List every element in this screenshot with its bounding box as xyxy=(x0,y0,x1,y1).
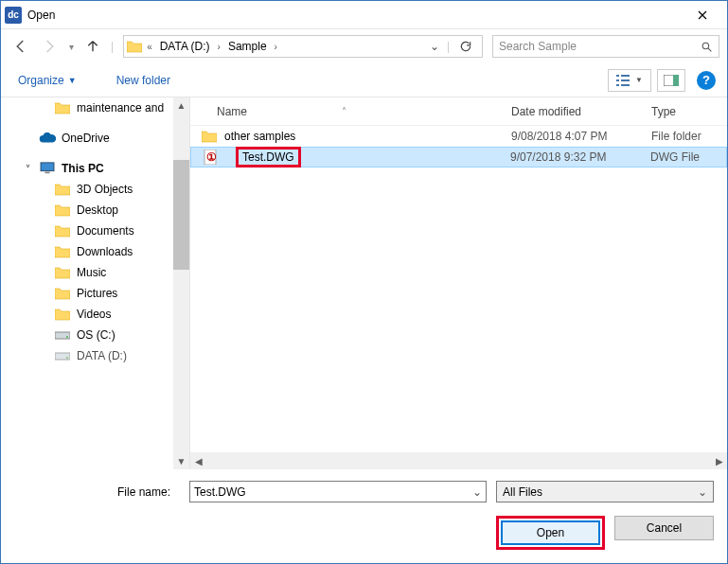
scroll-thumb[interactable] xyxy=(173,160,189,270)
tree-item-label: maintenance and xyxy=(77,101,164,115)
tree-scrollbar[interactable]: ▲ ▼ xyxy=(173,97,189,469)
new-folder-button[interactable]: New folder xyxy=(111,70,176,91)
tree-item-label: Downloads xyxy=(77,245,133,258)
file-row[interactable]: ①Test.DWG9/07/2018 9:32 PMDWG File xyxy=(190,147,727,167)
tree-item[interactable]: Pictures xyxy=(1,283,173,304)
tree-item[interactable]: Music xyxy=(1,262,173,283)
breadcrumb-item[interactable]: Sample xyxy=(224,40,271,53)
filename-input[interactable]: Test.DWG ⌄ xyxy=(189,481,487,502)
breadcrumb-prefix: « xyxy=(143,42,156,52)
filetype-filter[interactable]: All Files ⌄ xyxy=(496,481,714,502)
search-placeholder: Search Sample xyxy=(499,40,577,53)
navigation-tree: maintenance and OneDrive˅This PC3D Objec… xyxy=(1,97,190,469)
forward-button[interactable] xyxy=(37,34,62,59)
list-icon xyxy=(616,75,630,86)
folder-icon xyxy=(200,129,219,144)
tree-item[interactable]: DATA (D:) xyxy=(1,345,173,366)
open-dialog: dc Open ▾ | « DATA (D:) › Sample › xyxy=(0,0,728,564)
tree-item-label: Desktop xyxy=(77,203,118,217)
svg-rect-11 xyxy=(55,332,70,339)
search-input[interactable]: Search Sample xyxy=(492,35,719,58)
file-hscrollbar[interactable]: ◀ ▶ xyxy=(190,452,727,469)
search-icon xyxy=(701,41,713,53)
refresh-button[interactable] xyxy=(452,40,480,53)
view-options-button[interactable]: ▼ xyxy=(608,69,651,92)
svg-rect-9 xyxy=(41,163,54,171)
tree-item-label: Videos xyxy=(77,308,111,321)
breadcrumb-item[interactable]: DATA (D:) xyxy=(156,40,214,53)
tree-item-label: Music xyxy=(77,266,106,279)
sort-indicator-icon: ˄ xyxy=(342,106,346,116)
folder-icon xyxy=(54,286,71,301)
open-button[interactable]: Open xyxy=(501,520,600,545)
tree-item[interactable]: OneDrive xyxy=(1,128,173,149)
tree-item[interactable]: Documents xyxy=(1,220,173,241)
folder-icon xyxy=(54,265,71,280)
dropdown-icon: ⌄ xyxy=(698,485,707,499)
nav-separator: | xyxy=(111,40,114,53)
chevron-icon[interactable]: › xyxy=(271,42,281,52)
toolbar: Organize ▼ New folder ▼ ? xyxy=(1,63,727,97)
help-button[interactable]: ? xyxy=(697,71,716,90)
file-type: File folder xyxy=(651,130,727,143)
tree-item[interactable]: Videos xyxy=(1,304,173,325)
file-type: DWG File xyxy=(650,150,726,164)
svg-rect-6 xyxy=(621,84,630,86)
chevron-icon[interactable]: › xyxy=(214,42,224,52)
scroll-up-button[interactable]: ▲ xyxy=(173,97,189,114)
column-type[interactable]: Type xyxy=(651,105,727,118)
file-name: ①Test.DWG xyxy=(225,147,510,167)
file-date: 9/07/2018 9:32 PM xyxy=(510,150,650,164)
tree-item[interactable]: 3D Objects xyxy=(1,179,173,200)
filename-row: File name: Test.DWG ⌄ All Files ⌄ xyxy=(1,469,727,508)
breadcrumb[interactable]: « DATA (D:) › Sample › ⌄ | xyxy=(123,35,483,58)
preview-pane-button[interactable] xyxy=(657,69,685,92)
tree-item-label: 3D Objects xyxy=(77,183,133,196)
column-name[interactable]: Name˄ xyxy=(190,105,511,118)
cancel-button[interactable]: Cancel xyxy=(614,516,714,540)
breadcrumb-dropdown[interactable]: ⌄ xyxy=(424,40,445,53)
tree-item[interactable]: Downloads xyxy=(1,241,173,262)
thispc-icon xyxy=(39,161,56,176)
svg-rect-2 xyxy=(621,75,630,77)
folder-icon xyxy=(54,223,71,238)
scroll-left-button[interactable]: ◀ xyxy=(190,453,206,469)
tree-item-label: Pictures xyxy=(77,287,117,300)
tree-item[interactable]: maintenance and xyxy=(1,97,173,118)
svg-rect-8 xyxy=(673,75,679,86)
tree-item[interactable]: Desktop xyxy=(1,200,173,220)
folder-icon xyxy=(54,244,71,259)
scroll-down-button[interactable]: ▼ xyxy=(173,453,189,469)
svg-point-0 xyxy=(702,43,709,49)
organize-button[interactable]: Organize ▼ xyxy=(12,70,82,91)
file-row[interactable]: other samples9/08/2018 4:07 PMFile folde… xyxy=(190,126,727,147)
tree-item-label: This PC xyxy=(62,162,104,175)
titlebar: dc Open xyxy=(1,1,727,29)
folder-icon xyxy=(54,182,71,197)
drive-icon xyxy=(54,348,71,363)
folder-icon xyxy=(54,203,71,218)
tree-item[interactable]: ˅This PC xyxy=(1,158,173,179)
up-button[interactable] xyxy=(80,34,105,59)
recent-dropdown[interactable]: ▾ xyxy=(65,34,77,59)
close-button[interactable] xyxy=(681,2,723,28)
file-list: Name˄ Date modified Type other samples9/… xyxy=(190,97,727,469)
dropdown-icon: ▼ xyxy=(68,76,77,85)
close-icon xyxy=(698,10,707,20)
drive-icon xyxy=(54,327,71,343)
column-date[interactable]: Date modified xyxy=(511,105,651,118)
expand-icon[interactable]: ˅ xyxy=(22,164,33,174)
scroll-right-button[interactable]: ▶ xyxy=(711,453,727,469)
app-icon: dc xyxy=(5,7,22,24)
tree-item-label: DATA (D:) xyxy=(77,349,127,362)
tree-item[interactable]: OS (C:) xyxy=(1,325,173,345)
folder-icon xyxy=(126,39,143,54)
filename-dropdown-icon[interactable]: ⌄ xyxy=(472,485,482,499)
file-name: other samples xyxy=(224,130,511,143)
svg-rect-5 xyxy=(616,84,619,86)
back-button[interactable] xyxy=(9,34,33,59)
tree-item-label: OS (C:) xyxy=(77,328,115,342)
svg-rect-13 xyxy=(55,353,70,360)
folder-icon xyxy=(54,100,71,115)
svg-rect-10 xyxy=(44,172,49,174)
